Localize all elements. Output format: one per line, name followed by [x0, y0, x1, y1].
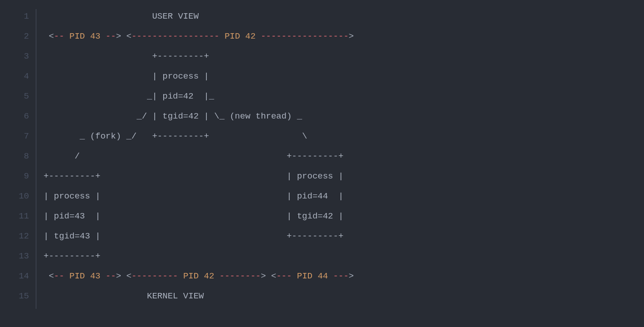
line-number: 4 [0, 66, 29, 86]
code-token: / +---------+ [44, 151, 343, 161]
code-token: PID 44 [297, 271, 328, 281]
code-line[interactable]: _| pid=42 |_ [44, 86, 354, 106]
code-line[interactable]: +---------+ [44, 246, 354, 266]
code-token: | process | [44, 71, 209, 81]
code-line[interactable]: +---------+ | process | [44, 166, 354, 186]
code-token: --- [276, 271, 297, 281]
code-token: ----------------- [256, 31, 349, 41]
code-token: _/ | tgid=42 | \_ (new thread) _ [44, 111, 302, 121]
code-token: > [349, 271, 354, 281]
code-token: -- [100, 31, 116, 41]
code-token: +---------+ [44, 51, 209, 61]
code-token: > < [116, 31, 132, 41]
code-line[interactable]: <-- PID 43 --> <--------- PID 42 -------… [44, 266, 354, 286]
line-number: 2 [0, 26, 29, 46]
code-line[interactable]: KERNEL VIEW [44, 286, 354, 306]
line-number: 14 [0, 266, 29, 286]
code-token: +---------+ [44, 251, 100, 261]
line-number: 15 [0, 286, 29, 306]
code-token: +---------+ | process | [44, 171, 343, 181]
line-number: 13 [0, 246, 29, 266]
line-number: 1 [0, 6, 29, 26]
line-number: 12 [0, 226, 29, 246]
line-number: 6 [0, 106, 29, 126]
code-token: | tgid=43 | +---------+ [44, 231, 343, 241]
code-line[interactable]: | process | | pid=44 | [44, 186, 354, 206]
line-number: 8 [0, 146, 29, 166]
code-area[interactable]: USER VIEW <-- PID 43 --> <--------------… [33, 6, 354, 306]
code-line[interactable]: USER VIEW [44, 6, 354, 26]
code-token: | process | | pid=44 | [44, 191, 343, 201]
code-line[interactable]: | process | [44, 66, 354, 86]
code-token: --- [328, 271, 349, 281]
line-number: 7 [0, 126, 29, 146]
code-line[interactable]: _/ | tgid=42 | \_ (new thread) _ [44, 106, 354, 126]
code-token: PID 43 [69, 271, 100, 281]
code-line[interactable]: / +---------+ [44, 146, 354, 166]
line-number-gutter: 123456789101112131415 [0, 6, 33, 306]
code-token: _| pid=42 |_ [44, 91, 214, 101]
code-token: USER VIEW [44, 11, 199, 21]
code-token: -- [54, 271, 69, 281]
code-token: > < [261, 271, 276, 281]
code-line[interactable]: _ (fork) _/ +---------+ \ [44, 126, 354, 146]
code-token: -- [54, 31, 69, 41]
code-editor: 123456789101112131415 USER VIEW <-- PID … [0, 0, 644, 306]
line-number: 3 [0, 46, 29, 66]
code-token: _ (fork) _/ +---------+ \ [44, 131, 307, 141]
code-token: -------- [214, 271, 261, 281]
code-token: > [349, 31, 354, 41]
line-number: 5 [0, 86, 29, 106]
code-token: < [44, 271, 54, 281]
code-line[interactable]: <-- PID 43 --> <----------------- PID 42… [44, 26, 354, 46]
code-token: -- [100, 271, 116, 281]
code-token: PID 43 [69, 31, 100, 41]
code-token: ----------------- [132, 31, 224, 41]
code-token: < [44, 31, 54, 41]
code-token: KERNEL VIEW [44, 291, 204, 301]
code-line[interactable]: +---------+ [44, 46, 354, 66]
code-token: --------- [132, 271, 183, 281]
line-number: 9 [0, 166, 29, 186]
code-token: > < [116, 271, 132, 281]
code-line[interactable]: | tgid=43 | +---------+ [44, 226, 354, 246]
code-token: PID 42 [224, 31, 255, 41]
line-number: 11 [0, 206, 29, 226]
code-token: PID 42 [183, 271, 214, 281]
line-number: 10 [0, 186, 29, 206]
code-line[interactable]: | pid=43 | | tgid=42 | [44, 206, 354, 226]
code-token: | pid=43 | | tgid=42 | [44, 211, 343, 221]
